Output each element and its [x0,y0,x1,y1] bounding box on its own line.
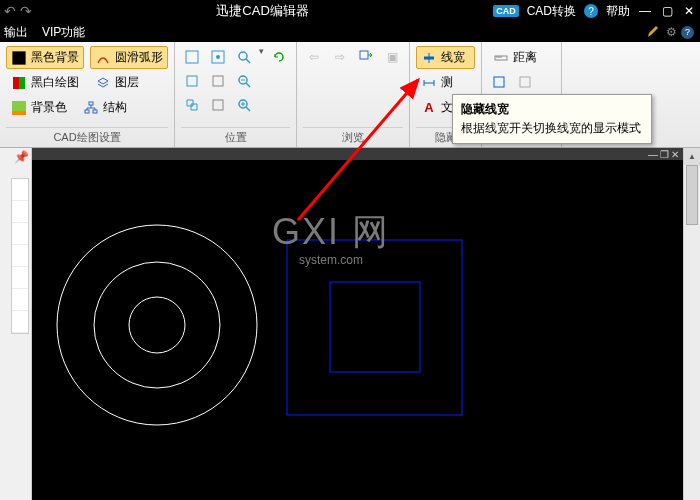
bgcolor-label: 背景色 [31,99,67,116]
vertical-toolbar [11,178,29,334]
svg-point-11 [239,52,247,60]
menubar: 输出 VIP功能 ⚙ ? [0,22,700,42]
vtool-7[interactable] [12,311,28,333]
pos-icon-6[interactable] [207,94,229,116]
lineweight-button[interactable]: 线宽 [416,46,475,69]
svg-rect-2 [19,77,25,89]
svg-point-35 [129,297,185,353]
svg-rect-5 [89,102,93,105]
tooltip-lineweight: 隐藏线宽 根据线宽开关切换线宽的显示模式 [452,94,652,144]
bgcolor-button[interactable]: 背景色 [6,96,72,119]
tooltip-desc: 根据线宽开关切换线宽的显示模式 [461,120,643,137]
vtool-6[interactable] [12,289,28,311]
left-gutter: 📌 [0,148,32,500]
pos-icon-5[interactable] [181,94,203,116]
canvas-close-icon[interactable]: ✕ [671,149,679,160]
watermark: GXI 网 system.com [272,208,390,267]
svg-rect-7 [93,110,97,113]
zoom-minus-icon[interactable] [233,70,255,92]
vtool-4[interactable] [12,245,28,267]
svg-rect-18 [213,100,223,110]
black-bg-button[interactable]: 黑色背景 [6,46,84,69]
menu-output[interactable]: 输出 [4,24,28,41]
ruler-icon [493,50,509,66]
measure-partial-button[interactable]: 测 [416,71,475,94]
vtool-2[interactable] [12,201,28,223]
cad-badge-icon: CAD [493,5,519,17]
bw-draw-label: 黑白绘图 [31,74,79,91]
vtool-5[interactable] [12,267,28,289]
undo-icon[interactable]: ↶ [4,3,16,19]
maximize-icon[interactable]: ▢ [660,4,674,18]
pos-icon-1[interactable] [181,46,203,68]
settings-icon[interactable]: ⚙ [666,25,677,39]
layer-button[interactable]: 图层 [90,71,144,94]
canvas-min-icon[interactable]: — [648,149,658,160]
nav-right-icon[interactable]: ⇨ [329,46,351,68]
layer-icon [95,75,111,91]
bgcolor-icon [11,100,27,116]
svg-point-33 [57,225,257,425]
dimension-icon [421,75,437,91]
watermark-big: GXI 网 [272,208,390,257]
structure-icon [83,100,99,116]
distance-button[interactable]: 距离 [488,46,555,69]
vtool-3[interactable] [12,223,28,245]
structure-button[interactable]: 结构 [78,96,132,119]
drawing-canvas[interactable]: — ❐ ✕ GXI 网 system.com [32,148,683,500]
measure-icon-2[interactable] [488,71,510,93]
help-label[interactable]: 帮助 [606,3,630,20]
scroll-up-icon[interactable]: ▲ [684,148,700,165]
nav-left-icon[interactable]: ⇦ [303,46,325,68]
replace-icon[interactable] [355,46,377,68]
measure-icon-3[interactable] [514,71,536,93]
redo-icon[interactable]: ↷ [20,3,32,19]
pen-icon[interactable] [646,23,662,42]
svg-line-16 [246,83,250,87]
undo-redo-group: ↶ ↷ [4,3,32,19]
dropdown-icon[interactable]: ▾ [259,46,264,68]
scroll-thumb[interactable] [686,165,698,225]
window-controls: — ▢ ✕ [638,4,696,18]
svg-rect-14 [213,76,223,86]
app-title: 迅捷CAD编辑器 [32,2,493,20]
svg-rect-30 [494,77,504,87]
canvas-area: 📌 — ❐ ✕ GXI 网 system.com ▲ [0,148,700,500]
structure-label: 结构 [103,99,127,116]
svg-point-34 [94,262,220,388]
group-label-position: 位置 [181,127,290,145]
canvas-controls: — ❐ ✕ [32,148,683,160]
svg-line-12 [246,59,250,63]
ribbon-group-browse: ⇦ ⇨ ▣ 浏览 [297,42,410,147]
pos-icon-4[interactable] [207,70,229,92]
pin-icon[interactable]: 📌 [12,148,31,166]
svg-rect-6 [85,110,89,113]
lineweight-label: 线宽 [441,49,465,66]
ribbon-group-position: ▾ 位置 [175,42,297,147]
svg-rect-1 [13,77,19,89]
black-bg-icon [11,50,27,66]
cad-convert-label[interactable]: CAD转换 [527,3,576,20]
minimize-icon[interactable]: — [638,4,652,18]
pos-icon-2[interactable] [207,46,229,68]
zoom-plus-icon[interactable] [233,94,255,116]
vertical-scrollbar[interactable]: ▲ [683,148,700,500]
pos-icon-3[interactable] [181,70,203,92]
tooltip-title: 隐藏线宽 [461,101,643,118]
zoom-icon[interactable] [233,46,255,68]
menu-vip[interactable]: VIP功能 [42,24,85,41]
svg-rect-23 [360,51,368,59]
vtool-1[interactable] [12,179,28,201]
svg-rect-37 [330,282,420,372]
layer-label: 图层 [115,74,139,91]
close-icon[interactable]: ✕ [682,4,696,18]
help-icon[interactable]: ? [584,4,598,18]
group-label-browse: 浏览 [303,127,403,145]
refresh-icon[interactable] [268,46,290,68]
browse-icon-4[interactable]: ▣ [381,46,403,68]
smooth-arc-button[interactable]: 圆滑弧形 [90,46,168,69]
svg-rect-31 [520,77,530,87]
canvas-restore-icon[interactable]: ❐ [660,149,669,160]
info-icon[interactable]: ? [681,26,694,39]
bw-draw-button[interactable]: 黑白绘图 [6,71,84,94]
